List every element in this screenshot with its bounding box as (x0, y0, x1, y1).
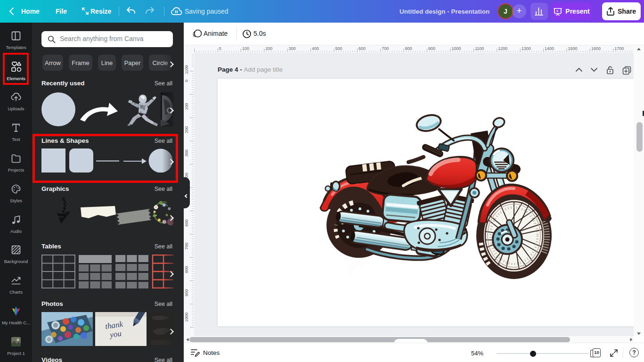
svg-text:200: 200 (265, 46, 272, 51)
svg-text:300: 300 (184, 149, 189, 156)
svg-text:400: 400 (312, 46, 319, 51)
svg-text:100: 100 (242, 46, 249, 51)
svg-text:700: 700 (184, 243, 189, 250)
svg-text:700: 700 (382, 46, 389, 51)
svg-text:you: you (108, 329, 122, 340)
svg-text:900: 900 (184, 289, 189, 296)
svg-text:1500: 1500 (568, 46, 578, 51)
svg-text:900: 900 (428, 46, 435, 51)
svg-text:1000: 1000 (452, 46, 461, 51)
svg-text:800: 800 (184, 266, 189, 273)
svg-text:800: 800 (405, 46, 412, 51)
svg-text:1200: 1200 (498, 46, 507, 51)
svg-text:1300: 1300 (522, 46, 531, 51)
svg-text:600: 600 (359, 46, 366, 51)
svg-text:0: 0 (184, 80, 189, 82)
svg-text:600: 600 (184, 219, 189, 226)
svg-text:500: 500 (335, 46, 342, 51)
svg-text:100: 100 (184, 103, 189, 110)
svg-text:1400: 1400 (545, 46, 554, 51)
svg-text:300: 300 (289, 46, 296, 51)
svg-text:200: 200 (184, 126, 189, 133)
svg-text:0: 0 (219, 46, 221, 51)
svg-text:1100: 1100 (184, 65, 189, 74)
svg-text:1600: 1600 (591, 46, 601, 51)
svg-text:1100: 1100 (475, 46, 484, 51)
svg-text:1000: 1000 (184, 313, 189, 322)
svg-text:1700: 1700 (614, 46, 624, 51)
